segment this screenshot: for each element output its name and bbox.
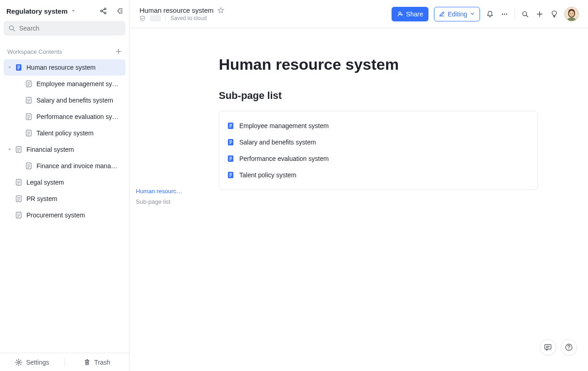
sidebar-footer: Settings Trash xyxy=(0,353,129,371)
doc-grey-icon xyxy=(15,195,23,203)
toc-h1[interactable]: Human resourc… xyxy=(136,188,185,195)
svg-rect-22 xyxy=(545,345,551,349)
search-field[interactable] xyxy=(19,25,121,32)
favorite-button[interactable] xyxy=(217,7,224,14)
expand-caret-icon xyxy=(16,130,23,136)
save-status: Saved to cloud xyxy=(170,15,206,21)
share-label: Share xyxy=(406,10,423,18)
expand-caret-icon[interactable] xyxy=(6,146,13,153)
settings-button[interactable]: Settings xyxy=(0,359,64,366)
subpage-link[interactable]: Salary and benefits system xyxy=(227,134,530,150)
trash-label: Trash xyxy=(94,359,110,366)
sidebar-header-actions xyxy=(99,6,124,15)
doc-grey-icon xyxy=(15,145,23,154)
tree-item-label: Legal system xyxy=(26,179,64,186)
collapse-sidebar-icon[interactable] xyxy=(114,6,124,15)
comment-float-button[interactable] xyxy=(540,339,556,356)
doc-grey-icon xyxy=(25,96,33,104)
subpage-link[interactable]: Employee management system xyxy=(227,118,530,134)
tree-item[interactable]: PR system xyxy=(4,191,125,207)
workspace-switcher[interactable]: Regulatory system xyxy=(6,7,77,15)
more-icon[interactable] xyxy=(500,10,509,19)
contents-header-label: Workspace Contents xyxy=(7,48,62,55)
tree-item[interactable]: Procurement system xyxy=(4,207,125,223)
chevron-down-icon xyxy=(70,8,77,14)
tree-item-label: Human resource system xyxy=(26,64,96,71)
expand-caret-icon xyxy=(16,113,23,120)
expand-caret-icon xyxy=(6,179,13,186)
lightbulb-icon[interactable] xyxy=(550,10,559,19)
shield-icon xyxy=(139,15,145,21)
tree-item[interactable]: Finance and invoice mana… xyxy=(4,158,125,174)
doc-grey-icon xyxy=(25,80,33,88)
expand-caret-icon xyxy=(16,163,23,169)
svg-point-16 xyxy=(506,13,507,15)
svg-point-12 xyxy=(18,361,20,363)
tree-item-label: Employee management sy… xyxy=(36,80,119,88)
trash-icon xyxy=(83,359,91,366)
doc-h1: Human resource system xyxy=(219,56,570,73)
add-page-button[interactable] xyxy=(114,47,123,56)
share-network-icon[interactable] xyxy=(99,6,108,15)
doc-grey-icon xyxy=(25,129,33,137)
settings-label: Settings xyxy=(26,359,49,366)
doc-grey-icon xyxy=(15,211,23,219)
expand-caret-icon xyxy=(16,97,23,103)
search-icon xyxy=(8,25,15,32)
doc-title: Human resource system xyxy=(139,6,214,14)
subpage-link[interactable]: Performance evaluation system xyxy=(227,150,530,167)
search-doc-icon[interactable] xyxy=(521,10,530,19)
tree-item[interactable]: Financial system xyxy=(4,141,125,158)
expand-caret-icon xyxy=(16,81,23,87)
doc-h2: Sub-page list xyxy=(219,90,570,102)
doc-blue-icon xyxy=(227,122,235,130)
svg-point-20 xyxy=(570,13,571,14)
editing-mode-button[interactable]: Editing xyxy=(434,7,480,21)
expand-caret-icon xyxy=(6,212,13,218)
tree-item-label: Financial system xyxy=(26,146,74,153)
tree-item[interactable]: Human resource system xyxy=(4,59,125,76)
content-area: Human resourc… Sub-page list Human resou… xyxy=(129,28,588,371)
document: Human resource system Sub-page list Empl… xyxy=(189,28,588,371)
divider xyxy=(165,15,166,21)
tree-item-label: Finance and invoice mana… xyxy=(36,162,117,170)
svg-point-24 xyxy=(568,349,569,350)
svg-point-13 xyxy=(399,12,401,14)
trash-button[interactable]: Trash xyxy=(65,359,129,366)
share-button[interactable]: Share xyxy=(392,7,428,21)
doc-grey-icon xyxy=(15,178,23,186)
tree-item[interactable]: Employee management sy… xyxy=(4,76,125,92)
tree-item[interactable]: Performance evaluation sy… xyxy=(4,108,125,125)
svg-point-14 xyxy=(502,13,503,15)
tree-item-label: Talent policy system xyxy=(36,129,93,137)
svg-point-8 xyxy=(101,10,103,12)
workspace-name: Regulatory system xyxy=(6,7,67,15)
subpage-label: Employee management system xyxy=(239,122,329,129)
tree-item[interactable]: Legal system xyxy=(4,174,125,191)
svg-point-15 xyxy=(504,13,505,15)
expand-caret-icon[interactable] xyxy=(6,64,13,71)
svg-point-9 xyxy=(104,8,106,10)
expand-caret-icon xyxy=(6,196,13,202)
tree-item[interactable]: Salary and benefits system xyxy=(4,92,125,108)
avatar[interactable] xyxy=(564,7,579,21)
pencil-icon xyxy=(439,11,445,17)
tree-item-label: Salary and benefits system xyxy=(36,97,113,104)
topbar-actions: Share Editing xyxy=(392,7,579,21)
help-float-button[interactable] xyxy=(561,339,577,356)
table-of-contents: Human resourc… Sub-page list xyxy=(129,28,189,371)
doc-blue-icon xyxy=(227,171,235,179)
bell-icon[interactable] xyxy=(485,10,495,19)
subpage-link[interactable]: Talent policy system xyxy=(227,167,530,183)
toc-h2[interactable]: Sub-page list xyxy=(136,198,170,205)
chevron-down-icon xyxy=(470,11,475,16)
subpage-list: Employee management systemSalary and ben… xyxy=(219,111,538,190)
sidebar-header: Regulatory system xyxy=(0,0,129,15)
tree-item-label: Performance evaluation sy… xyxy=(36,113,119,120)
search-input[interactable] xyxy=(4,21,125,36)
topbar-title-area: Human resource system Saved to cloud xyxy=(139,6,224,21)
add-icon[interactable] xyxy=(535,10,544,19)
editing-label: Editing xyxy=(448,10,467,18)
tree-item[interactable]: Talent policy system xyxy=(4,125,125,141)
svg-point-11 xyxy=(10,26,14,30)
